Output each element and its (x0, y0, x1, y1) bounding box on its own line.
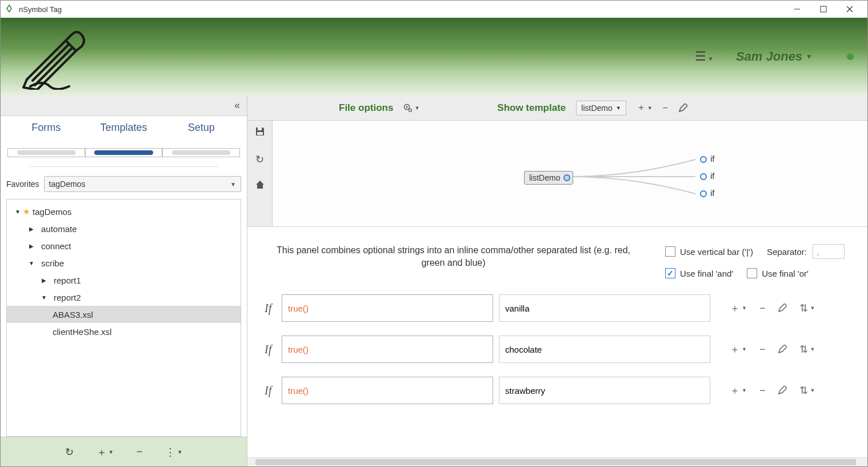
app-logo (14, 22, 87, 91)
save-icon[interactable] (255, 126, 265, 139)
expand-icon[interactable]: ▶ (39, 277, 49, 284)
list-row: If ＋▼ − ⇅▼ (265, 294, 845, 322)
horizontal-scrollbar[interactable] (247, 457, 867, 466)
add-button[interactable]: ＋▼ (97, 445, 114, 459)
show-template-label[interactable]: Show template (497, 102, 566, 114)
svg-rect-10 (257, 132, 263, 135)
svg-rect-1 (821, 6, 826, 12)
titlebar: nSymbol Tag (1, 1, 867, 18)
content-area: File options ▼ Show template listDemo ▼ … (247, 95, 867, 466)
status-indicator (847, 53, 854, 60)
header-band: ☰▼ Sam Jones ▼ (1, 18, 867, 95)
row-remove-button[interactable]: − (759, 344, 766, 356)
close-button[interactable] (837, 1, 863, 18)
tree-item-scribe[interactable]: ▼ scribe (7, 254, 241, 272)
use-vertical-bar-label[interactable]: Use vertical bar ('|') (680, 247, 753, 257)
window-title: nSymbol Tag (19, 5, 784, 14)
hamburger-menu-icon[interactable]: ☰▼ (695, 49, 713, 64)
value-input[interactable] (499, 294, 710, 322)
separator-input[interactable] (813, 244, 845, 259)
refresh-button[interactable]: ↻ (65, 446, 74, 458)
tree-item-report1[interactable]: ▶ report1 (7, 272, 241, 289)
edit-template-button[interactable] (678, 103, 687, 113)
graph-canvas[interactable]: listDemo if if if (273, 121, 867, 226)
condition-input[interactable] (282, 336, 493, 363)
row-move-icon[interactable]: ⇅▼ (799, 302, 815, 314)
add-template-button[interactable]: ＋▼ (637, 102, 653, 114)
expand-icon[interactable]: ▶ (26, 243, 37, 249)
condition-input[interactable] (282, 377, 493, 404)
template-select[interactable]: listDemo ▼ (576, 101, 626, 115)
sidebar-footer: ↻ ＋▼ − ⋮▼ (1, 437, 247, 466)
list-panel: This panel combines optional strings int… (247, 227, 867, 457)
row-move-icon[interactable]: ⇅▼ (799, 384, 815, 397)
row-add-button[interactable]: ＋▼ (730, 301, 747, 315)
remove-template-button[interactable]: − (663, 103, 668, 113)
more-button[interactable]: ⋮▼ (165, 446, 182, 458)
expand-icon[interactable]: ▼ (39, 294, 49, 301)
expand-icon[interactable]: ▶ (26, 226, 37, 232)
use-final-and-checkbox[interactable] (665, 268, 675, 278)
if-label: If (265, 302, 276, 315)
username-label: Sam Jones (736, 49, 802, 64)
list-row: If ＋▼ − ⇅▼ (265, 336, 845, 363)
tree-root[interactable]: ▼ ★ tagDemos (7, 203, 241, 220)
row-add-button[interactable]: ＋▼ (730, 384, 747, 397)
content-toolbar: File options ▼ Show template listDemo ▼ … (247, 95, 867, 121)
tab-setup[interactable]: Setup (162, 119, 240, 137)
tree-item-abas3[interactable]: ABAS3.xsl (7, 306, 241, 323)
tree-item-connect[interactable]: ▶ connect (7, 237, 241, 254)
row-edit-icon[interactable] (778, 304, 787, 313)
node-if-2[interactable]: if (700, 171, 715, 181)
svg-point-8 (409, 109, 412, 111)
separator-label: Separator: (767, 247, 807, 257)
tab-indicator-setup[interactable] (172, 150, 230, 155)
tree-item-client[interactable]: clientHeShe.xsl (7, 323, 241, 340)
if-label: If (265, 384, 276, 397)
row-add-button[interactable]: ＋▼ (730, 342, 747, 356)
refresh-icon[interactable]: ↻ (255, 153, 264, 166)
scrollbar-thumb[interactable] (255, 459, 856, 465)
tab-templates[interactable]: Templates (85, 119, 163, 137)
file-options-label[interactable]: File options (339, 102, 393, 114)
maximize-button[interactable] (810, 1, 837, 18)
row-edit-icon[interactable] (778, 386, 787, 395)
file-options-gear-icon[interactable]: ▼ (403, 103, 419, 113)
condition-input[interactable] (282, 294, 493, 322)
row-remove-button[interactable]: − (759, 385, 766, 397)
graph-area: ↻ listDemo if if if (247, 121, 867, 227)
favorites-select[interactable]: tagDemos ▼ (44, 176, 241, 192)
graph-sidebar: ↻ (247, 121, 273, 226)
use-final-or-label[interactable]: Use final 'or' (762, 269, 809, 278)
expand-icon[interactable]: ▼ (26, 260, 37, 266)
star-icon: ★ (23, 207, 30, 216)
use-vertical-bar-checkbox[interactable] (665, 246, 675, 257)
tree-item-report2[interactable]: ▼ report2 (7, 289, 241, 306)
use-final-or-checkbox[interactable] (747, 268, 757, 278)
tab-indicator-templates[interactable] (94, 150, 153, 155)
node-root[interactable]: listDemo (524, 171, 573, 185)
remove-button[interactable]: − (137, 446, 143, 458)
tree-item-automate[interactable]: ▶ automate (7, 220, 241, 237)
panel-description: This panel combines optional strings int… (265, 244, 642, 270)
node-if-1[interactable]: if (700, 154, 715, 163)
sidebar: « Forms Templates Setup Favorites tagDem… (1, 95, 247, 466)
row-move-icon[interactable]: ⇅▼ (799, 343, 815, 356)
collapse-sidebar-icon[interactable]: « (234, 99, 240, 111)
user-menu[interactable]: Sam Jones ▼ (736, 49, 813, 64)
row-edit-icon[interactable] (778, 345, 787, 354)
node-if-3[interactable]: if (700, 188, 715, 198)
expand-icon[interactable]: ▼ (13, 209, 23, 215)
home-icon[interactable] (255, 179, 265, 193)
if-label: If (265, 343, 276, 356)
minimize-button[interactable] (784, 1, 810, 18)
value-input[interactable] (499, 377, 710, 404)
tab-indicator-forms[interactable] (17, 150, 75, 155)
use-final-and-label[interactable]: Use final 'and' (680, 269, 733, 278)
tab-forms[interactable]: Forms (7, 119, 85, 137)
node-port-icon[interactable] (563, 174, 570, 181)
app-icon (5, 5, 14, 14)
value-input[interactable] (499, 336, 710, 363)
list-row: If ＋▼ − ⇅▼ (265, 377, 845, 404)
row-remove-button[interactable]: − (759, 302, 766, 314)
